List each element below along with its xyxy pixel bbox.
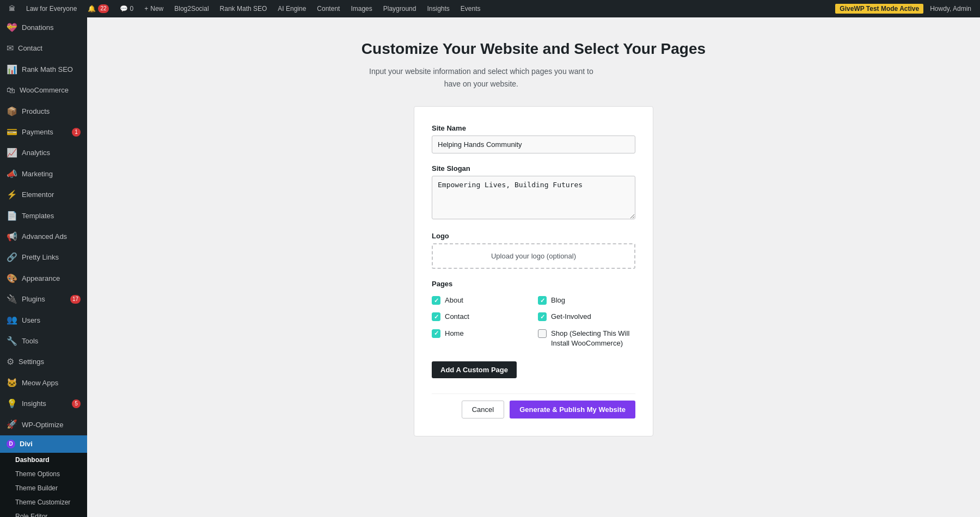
admin-bar-updates[interactable]: 🔔 22 bbox=[83, 0, 113, 17]
sidebar-item-label: Pretty Links bbox=[22, 253, 59, 262]
users-icon: 👥 bbox=[7, 314, 17, 326]
page-item-home[interactable]: Home bbox=[432, 329, 529, 348]
main-content: Customize Your Website and Select Your P… bbox=[87, 17, 980, 517]
pages-label: Pages bbox=[432, 280, 635, 288]
sidebar-item-meow-apps[interactable]: 🐱 Meow Apps bbox=[0, 373, 87, 393]
sidebar-item-label: Appearance bbox=[22, 274, 60, 284]
sidebar-item-contact[interactable]: ✉ Contact bbox=[0, 38, 87, 59]
advanced-ads-icon: 📢 bbox=[7, 231, 17, 243]
logo-group: Logo Upload your logo (optional) bbox=[432, 232, 635, 269]
home-checkbox[interactable] bbox=[432, 329, 440, 338]
insights-badge: 5 bbox=[72, 399, 81, 408]
divi-circle-icon: D bbox=[7, 440, 15, 448]
sidebar-item-tools[interactable]: 🔧 Tools bbox=[0, 331, 87, 352]
sidebar-item-label: WooCommerce bbox=[20, 85, 69, 95]
appearance-icon: 🎨 bbox=[7, 273, 17, 285]
site-name-input[interactable] bbox=[432, 136, 635, 153]
sidebar-item-pretty-links[interactable]: 🔗 Pretty Links bbox=[0, 247, 87, 268]
plugins-badge: 17 bbox=[70, 295, 81, 304]
sidebar-item-label: Donations bbox=[22, 23, 54, 33]
admin-bar-content[interactable]: Content bbox=[313, 0, 344, 17]
admin-bar-right: GiveWP Test Mode Active Howdy, Admin bbox=[835, 4, 976, 14]
blog-checkbox[interactable] bbox=[538, 296, 547, 305]
sidebar-item-marketing[interactable]: 📣 Marketing bbox=[0, 164, 87, 184]
sidebar-sub-item-theme-builder[interactable]: Theme Builder bbox=[0, 481, 87, 495]
donations-icon: 💝 bbox=[7, 22, 17, 34]
admin-bar-site-name[interactable]: Law for Everyone bbox=[22, 0, 81, 17]
page-item-about[interactable]: About bbox=[432, 296, 529, 305]
sidebar-item-woocommerce[interactable]: 🛍 WooCommerce bbox=[0, 80, 87, 101]
shop-checkbox[interactable] bbox=[538, 329, 547, 338]
sidebar-item-divi[interactable]: D Divi bbox=[0, 435, 87, 453]
pretty-links-icon: 🔗 bbox=[7, 251, 17, 263]
generate-button[interactable]: Generate & Publish My Website bbox=[510, 401, 635, 418]
sidebar-item-label: Divi bbox=[20, 440, 33, 448]
cancel-button[interactable]: Cancel bbox=[462, 401, 504, 418]
updates-icon: 🔔 bbox=[88, 5, 96, 13]
sidebar-item-elementor[interactable]: ⚡ Elementor bbox=[0, 184, 87, 205]
page-item-get-involved[interactable]: Get-Involved bbox=[538, 312, 635, 322]
page-item-shop[interactable]: Shop (Selecting This Will Install WooCom… bbox=[538, 329, 635, 348]
sidebar-item-label: Contact bbox=[18, 44, 42, 53]
admin-bar-new[interactable]: + New bbox=[140, 0, 168, 17]
sidebar-item-label: Payments bbox=[22, 127, 53, 137]
sidebar-sub-item-dashboard[interactable]: Dashboard bbox=[0, 453, 87, 467]
sidebar-item-donations[interactable]: 💝 Donations bbox=[0, 17, 87, 38]
sidebar-item-insights[interactable]: 💡 Insights 5 bbox=[0, 393, 87, 414]
sidebar-item-label: Insights bbox=[22, 399, 46, 409]
sidebar-item-appearance[interactable]: 🎨 Appearance bbox=[0, 268, 87, 289]
products-icon: 📦 bbox=[7, 106, 17, 118]
sidebar-item-settings[interactable]: ⚙ Settings bbox=[0, 352, 87, 372]
page-item-blog[interactable]: Blog bbox=[538, 296, 635, 305]
home-label: Home bbox=[445, 329, 464, 338]
sidebar-item-templates[interactable]: 📄 Templates bbox=[0, 206, 87, 226]
about-checkbox[interactable] bbox=[432, 296, 440, 305]
wp-layout: 💝 Donations ✉ Contact 📊 Rank Math SEO 🛍 … bbox=[0, 17, 980, 517]
sidebar-item-advanced-ads[interactable]: 📢 Advanced Ads bbox=[0, 226, 87, 247]
page-item-contact[interactable]: Contact bbox=[432, 312, 529, 322]
givewp-badge[interactable]: GiveWP Test Mode Active bbox=[835, 4, 923, 14]
settings-icon: ⚙ bbox=[7, 356, 14, 368]
blog-label: Blog bbox=[551, 296, 565, 305]
sidebar-item-payments[interactable]: 💳 Payments 1 bbox=[0, 122, 87, 143]
logo-upload-button[interactable]: Upload your logo (optional) bbox=[432, 243, 635, 269]
sidebar-item-products[interactable]: 📦 Products bbox=[0, 101, 87, 122]
admin-bar-blog2social[interactable]: Blog2Social bbox=[170, 0, 213, 17]
sidebar-sub-item-role-editor[interactable]: Role Editor bbox=[0, 509, 87, 517]
sidebar-item-plugins[interactable]: 🔌 Plugins 17 bbox=[0, 289, 87, 310]
site-slogan-group: Site Slogan Empowering Lives, Building F… bbox=[432, 164, 635, 221]
add-custom-page-button[interactable]: Add A Custom Page bbox=[432, 361, 517, 378]
wp-optimize-icon: 🚀 bbox=[7, 418, 17, 430]
admin-bar-images[interactable]: Images bbox=[346, 0, 376, 17]
sidebar-item-analytics[interactable]: 📈 Analytics bbox=[0, 143, 87, 163]
admin-bar-playground[interactable]: Playground bbox=[379, 0, 421, 17]
sidebar-item-label: Marketing bbox=[22, 169, 53, 179]
marketing-icon: 📣 bbox=[7, 168, 17, 180]
sidebar-divi-submenu: Dashboard Theme Options Theme Builder Th… bbox=[0, 453, 87, 517]
templates-icon: 📄 bbox=[7, 210, 17, 222]
about-label: About bbox=[445, 296, 463, 305]
admin-bar-rank-math[interactable]: Rank Math SEO bbox=[216, 0, 272, 17]
sidebar-item-label: Templates bbox=[22, 211, 54, 221]
sidebar-sub-item-theme-options[interactable]: Theme Options bbox=[0, 467, 87, 481]
sidebar-item-wp-optimize[interactable]: 🚀 WP-Optimize bbox=[0, 414, 87, 435]
contact-checkbox[interactable] bbox=[432, 312, 440, 321]
get-involved-checkbox[interactable] bbox=[538, 312, 547, 321]
plus-icon: + bbox=[144, 5, 148, 13]
sidebar-item-rank-math[interactable]: 📊 Rank Math SEO bbox=[0, 59, 87, 80]
admin-bar-insights[interactable]: Insights bbox=[422, 0, 454, 17]
page-title: Customize Your Website and Select Your P… bbox=[362, 39, 706, 59]
woocommerce-icon: 🛍 bbox=[7, 84, 15, 96]
comments-icon: 💬 bbox=[120, 5, 128, 13]
admin-bar-comments[interactable]: 💬 0 bbox=[115, 0, 138, 17]
sidebar: 💝 Donations ✉ Contact 📊 Rank Math SEO 🛍 … bbox=[0, 17, 87, 517]
admin-bar: 🏛 Law for Everyone 🔔 22 💬 0 + New Blog2S… bbox=[0, 0, 980, 17]
site-slogan-input[interactable]: Empowering Lives, Building Futures bbox=[432, 176, 635, 219]
sidebar-item-users[interactable]: 👥 Users bbox=[0, 310, 87, 330]
admin-bar-events[interactable]: Events bbox=[456, 0, 485, 17]
logo-label: Logo bbox=[432, 232, 635, 240]
admin-bar-site-icon[interactable]: 🏛 bbox=[4, 0, 20, 17]
howdy-item[interactable]: Howdy, Admin bbox=[926, 5, 976, 13]
sidebar-sub-item-theme-customizer[interactable]: Theme Customizer bbox=[0, 495, 87, 509]
admin-bar-ai-engine[interactable]: AI Engine bbox=[273, 0, 310, 17]
